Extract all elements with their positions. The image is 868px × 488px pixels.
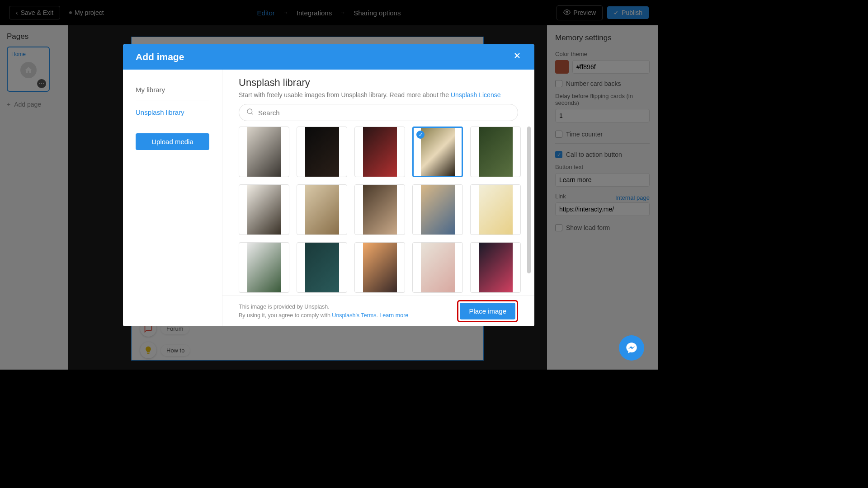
image-thumbnail[interactable] — [297, 127, 347, 177]
image-thumbnail[interactable]: ✓ — [412, 127, 463, 177]
divider — [136, 100, 209, 100]
modal-title: Add image — [136, 52, 184, 62]
learn-more-link[interactable]: Learn more — [379, 312, 408, 319]
image-thumbnail[interactable] — [239, 127, 289, 177]
place-image-button[interactable]: Place image — [460, 303, 515, 319]
search-icon — [246, 108, 254, 117]
messenger-fab[interactable] — [619, 335, 644, 361]
close-icon[interactable] — [513, 51, 522, 63]
svg-line-4 — [251, 113, 253, 114]
footer-attribution: This image is provided by Unsplash. By u… — [239, 303, 408, 320]
place-image-highlight: Place image — [457, 300, 518, 322]
image-thumbnail[interactable] — [297, 184, 347, 235]
image-thumbnail[interactable] — [354, 127, 405, 177]
selected-check-icon: ✓ — [416, 131, 425, 139]
add-image-modal: Add image My library Unsplash library Up… — [123, 44, 534, 326]
image-thumbnail[interactable] — [470, 184, 521, 235]
image-thumbnail[interactable] — [470, 242, 521, 293]
image-thumbnail[interactable] — [470, 127, 521, 177]
library-title: Unsplash library — [239, 77, 518, 89]
scrollbar[interactable] — [527, 127, 531, 273]
upload-media-button[interactable]: Upload media — [136, 133, 209, 150]
sidebar-item-unsplash[interactable]: Unsplash library — [136, 105, 209, 120]
svg-point-3 — [247, 109, 252, 114]
image-thumbnail[interactable] — [354, 184, 405, 235]
sidebar-item-my-library[interactable]: My library — [136, 82, 209, 97]
image-thumbnail[interactable] — [412, 242, 463, 293]
image-thumbnail[interactable] — [239, 242, 289, 293]
unsplash-license-link[interactable]: Unsplash License — [451, 91, 501, 99]
image-thumbnail[interactable] — [412, 184, 463, 235]
library-subtitle: Start with freely usable images from Uns… — [239, 91, 518, 99]
image-thumbnail[interactable] — [239, 184, 289, 235]
image-thumbnail[interactable] — [297, 242, 347, 293]
search-field[interactable] — [258, 109, 510, 117]
unsplash-terms-link[interactable]: Unsplash's Terms — [332, 312, 376, 319]
search-input[interactable] — [239, 104, 518, 121]
messenger-icon — [625, 342, 638, 354]
image-thumbnail[interactable] — [354, 242, 405, 293]
